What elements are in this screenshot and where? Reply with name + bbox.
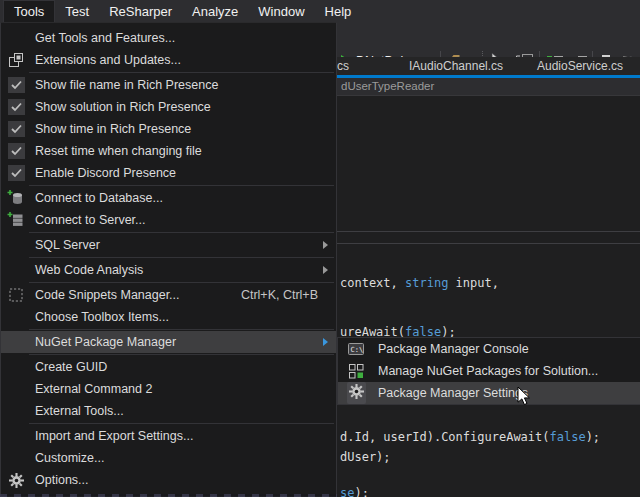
menu-item-label: Package Manager Console: [378, 342, 529, 356]
menu-bar: ToolsTestReSharperAnalyzeWindowHelp: [0, 0, 640, 22]
menu-separator: [29, 282, 334, 283]
menu-item-label: Show file name in Rich Presence: [35, 78, 218, 92]
menu-item-get-tools-and-features[interactable]: Get Tools and Features...: [1, 27, 336, 49]
menu-item-label: External Tools...: [35, 404, 124, 418]
menu-item-label: Code Snippets Manager...: [35, 288, 180, 302]
menu-item-package-manager-console[interactable]: C:\Package Manager Console: [338, 338, 640, 360]
menu-item-label: Connect to Database...: [35, 191, 163, 205]
empty-icon-slot: [6, 261, 26, 279]
checkmark-icon: [6, 76, 26, 94]
menu-item-import-and-export-settings[interactable]: Import and Export Settings...: [1, 425, 336, 447]
menu-item-show-file-name-in-rich-presence[interactable]: Show file name in Rich Presence: [1, 74, 336, 96]
snippets-icon: [6, 286, 26, 304]
menu-item-web-code-analysis[interactable]: Web Code Analysis: [1, 259, 336, 281]
code-line: context, string input,: [340, 276, 499, 291]
empty-icon-slot: [6, 402, 26, 420]
submenu-arrow-icon: [323, 338, 328, 346]
menu-item-label: Create GUID: [35, 360, 107, 374]
menu-item-extensions-and-updates[interactable]: Extensions and Updates...: [1, 49, 336, 71]
menu-item-label: Manage NuGet Packages for Solution...: [378, 364, 598, 378]
menu-item-nuget-package-manager[interactable]: NuGet Package Manager: [1, 331, 336, 353]
package-grid-icon: [345, 362, 367, 380]
menu-item-label: Connect to Server...: [35, 213, 145, 227]
empty-icon-slot: [6, 236, 26, 254]
tab-audioservice[interactable]: AudioService.cs: [537, 57, 623, 75]
menu-item-connect-to-database[interactable]: Connect to Database...: [1, 187, 336, 209]
menu-item-options[interactable]: Options...: [1, 469, 336, 491]
menu-item-label: NuGet Package Manager: [35, 335, 176, 349]
menu-item-label: Customize...: [35, 451, 104, 465]
checkmark-icon: [6, 164, 26, 182]
svg-text:C:\: C:\: [351, 346, 364, 354]
menu-item-create-guid[interactable]: Create GUID: [1, 356, 336, 378]
menu-item-sql-server[interactable]: SQL Server: [1, 234, 336, 256]
menu-item-reset-time-when-changing-file[interactable]: Reset time when changing file: [1, 140, 336, 162]
menu-item-label: Options...: [35, 473, 89, 487]
menu-item-choose-toolbox-items[interactable]: Choose Toolbox Items...: [1, 306, 336, 328]
menu-item-label: Package Manager Settings: [378, 386, 528, 400]
menu-item-label: Enable Discord Presence: [35, 166, 176, 180]
checkmark-icon: [6, 98, 26, 116]
menu-item-label: Show solution in Rich Presence: [35, 100, 211, 114]
menu-item-show-solution-in-rich-presence[interactable]: Show solution in Rich Presence: [1, 96, 336, 118]
gear-icon: [345, 384, 367, 402]
menu-item-label: Web Code Analysis: [35, 263, 143, 277]
menu-item-external-tools[interactable]: External Tools...: [1, 400, 336, 422]
menu-item-connect-to-server[interactable]: Connect to Server...: [1, 209, 336, 231]
menubar-item-test[interactable]: Test: [55, 0, 99, 22]
menu-item-label: External Command 2: [35, 382, 152, 396]
menu-separator: [29, 232, 334, 233]
database-add-icon: [6, 189, 26, 207]
menu-item-package-manager-settings[interactable]: Package Manager Settings: [338, 382, 640, 404]
editor-divider-line: [337, 231, 640, 232]
server-add-icon: [6, 211, 26, 229]
code-line: se);: [340, 486, 369, 497]
code-line: dUser);: [340, 450, 391, 465]
menubar-item-analyze[interactable]: Analyze: [182, 0, 248, 22]
menubar-item-resharper[interactable]: ReSharper: [99, 0, 182, 22]
menubar-item-tools[interactable]: Tools: [3, 0, 55, 22]
menu-item-label: Extensions and Updates...: [35, 53, 181, 67]
menu-item-label: Show time in Rich Presence: [35, 122, 191, 136]
empty-icon-slot: [6, 449, 26, 467]
empty-icon-slot: [6, 427, 26, 445]
empty-icon-slot: [6, 380, 26, 398]
menubar-item-window[interactable]: Window: [248, 0, 314, 22]
mouse-cursor: [517, 386, 532, 411]
menu-separator: [29, 329, 334, 330]
menu-item-label: Get Tools and Features...: [35, 31, 175, 45]
empty-icon-slot: [6, 358, 26, 376]
menu-separator: [29, 257, 334, 258]
tab-document-partial[interactable]: cs: [337, 57, 349, 75]
nuget-package-manager-submenu: C:\Package Manager ConsoleManage NuGet P…: [337, 337, 640, 405]
empty-icon-slot: [6, 308, 26, 326]
menu-item-external-command-2[interactable]: External Command 2: [1, 378, 336, 400]
menu-item-customize[interactable]: Customize...: [1, 447, 336, 469]
menu-item-label: Reset time when changing file: [35, 144, 202, 158]
menubar-item-help[interactable]: Help: [315, 0, 362, 22]
menu-item-label: SQL Server: [35, 238, 100, 252]
empty-icon-slot: [6, 333, 26, 351]
menu-separator: [29, 354, 334, 355]
gear-icon: [6, 471, 26, 489]
menu-item-code-snippets-manager[interactable]: Code Snippets Manager...Ctrl+K, Ctrl+B: [1, 284, 336, 306]
console-icon: C:\: [345, 340, 367, 358]
empty-icon-slot: [6, 29, 26, 47]
menu-item-label: Choose Toolbox Items...: [35, 310, 169, 324]
menu-separator: [29, 423, 334, 424]
extensions-icon: [6, 51, 26, 69]
menu-item-show-time-in-rich-presence[interactable]: Show time in Rich Presence: [1, 118, 336, 140]
tab-iaudiochannel[interactable]: IAudioChannel.cs: [409, 57, 503, 75]
editor-divider-line: [337, 243, 640, 244]
checkmark-icon: [6, 142, 26, 160]
menu-item-shortcut: Ctrl+K, Ctrl+B: [241, 288, 318, 302]
menu-separator: [29, 185, 334, 186]
menu-item-enable-discord-presence[interactable]: Enable Discord Presence: [1, 162, 336, 184]
tools-menu: Get Tools and Features...Extensions and …: [0, 22, 337, 497]
breadcrumb[interactable]: dUserTypeReader: [341, 80, 434, 92]
menu-separator: [29, 72, 334, 73]
checkmark-icon: [6, 120, 26, 138]
submenu-arrow-icon: [323, 241, 328, 249]
code-line: d.Id, userId).ConfigureAwait(false);: [340, 430, 600, 445]
menu-item-manage-nuget-packages-for-solution[interactable]: Manage NuGet Packages for Solution...: [338, 360, 640, 382]
